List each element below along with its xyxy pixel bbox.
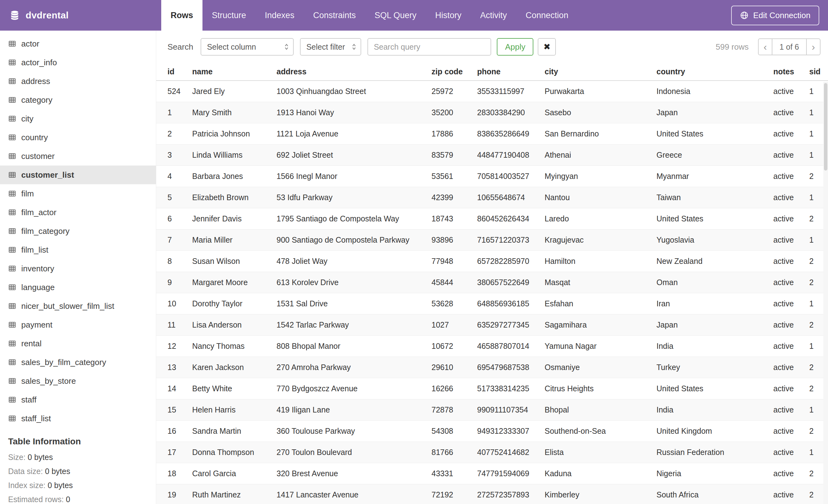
cell-id: 5 [156, 187, 192, 208]
table-row[interactable]: 13Karen Jackson270 Amroha Parkway2961069… [156, 357, 828, 378]
sidebar-item-inventory[interactable]: inventory [0, 259, 156, 278]
column-header-phone[interactable]: phone [477, 63, 545, 81]
sidebar-item-film[interactable]: film [0, 184, 156, 203]
filter-select[interactable]: Select filter [300, 38, 361, 56]
sidebar-item-language[interactable]: language [0, 278, 156, 296]
table-row[interactable]: 4Barbara Jones1566 Inegl Manor5356170581… [156, 166, 828, 187]
column-header-city[interactable]: city [545, 63, 657, 81]
tab-constraints[interactable]: Constraints [304, 0, 365, 31]
vertical-scrollbar[interactable] [823, 82, 828, 504]
table-name: actor_info [21, 58, 57, 67]
table-row[interactable]: 10Dorothy Taylor1531 Sal Drive5362864885… [156, 293, 828, 314]
tab-structure[interactable]: Structure [203, 0, 256, 31]
table-row[interactable]: 18Carol Garcia320 Brest Avenue4333174779… [156, 463, 828, 484]
cell-phone: 990911107354 [477, 399, 545, 420]
table-row[interactable]: 15Helen Harris419 Iligan Lane72878990911… [156, 399, 828, 420]
sidebar-item-sales-by-store[interactable]: sales_by_store [0, 372, 156, 390]
cell-country: Oman [657, 272, 773, 293]
sidebar-item-customer[interactable]: customer [0, 147, 156, 166]
table-row[interactable]: 5Elizabeth Brown53 Idfu Parkway423991065… [156, 187, 828, 208]
cell-country: Greece [657, 144, 773, 166]
table-row[interactable]: 9Margaret Moore613 Korolev Drive45844380… [156, 272, 828, 293]
tab-indexes[interactable]: Indexes [256, 0, 304, 31]
sidebar-item-nicer-but-slower-film-list[interactable]: nicer_but_slower_film_list [0, 296, 156, 315]
table-row[interactable]: 14Betty White770 Bydgoszcz Avenue1626651… [156, 378, 828, 399]
table-row[interactable]: 19Ruth Martinez1417 Lancaster Avenue7219… [156, 484, 828, 504]
clear-icon: ✖ [543, 42, 550, 52]
cell-name: Patricia Johnson [192, 123, 277, 144]
cell-country: South Africa [657, 484, 773, 504]
edit-connection-button[interactable]: Edit Connection [731, 6, 819, 25]
cell-id: 1 [156, 102, 192, 123]
cell-notes: active [773, 484, 809, 504]
cell-address: 1542 Tarlac Parkway [277, 314, 431, 335]
cell-id: 7 [156, 229, 192, 250]
sidebar-item-country[interactable]: country [0, 128, 156, 147]
sidebar-item-sales-by-film-category[interactable]: sales_by_film_category [0, 353, 156, 372]
table-row[interactable]: 17Donna Thompson270 Toulon Boulevard8176… [156, 442, 828, 463]
table-row[interactable]: 16Sandra Martin360 Toulouse Parkway54308… [156, 420, 828, 442]
table-row[interactable]: 3Linda Williams692 Joliet Street83579448… [156, 144, 828, 166]
stat-data-size-: Data size: 0 bytes [8, 467, 156, 476]
cell-city: Kaduna [545, 463, 657, 484]
column-header-id[interactable]: id [156, 63, 192, 81]
sidebar-item-city[interactable]: city [0, 109, 156, 128]
column-header-country[interactable]: country [657, 63, 773, 81]
tab-history[interactable]: History [426, 0, 471, 31]
cell-city: Kimberley [545, 484, 657, 504]
table-row[interactable]: 524Jared Ely1003 Qinhuangdao Street25972… [156, 81, 828, 102]
sidebar-item-film-category[interactable]: film_category [0, 222, 156, 240]
tab-rows[interactable]: Rows [161, 0, 203, 31]
sidebar-item-film-list[interactable]: film_list [0, 240, 156, 259]
column-header-address[interactable]: address [277, 63, 431, 81]
sidebar-item-rental[interactable]: rental [0, 334, 156, 353]
cell-notes: active [773, 463, 809, 484]
next-page-button[interactable]: › [806, 38, 821, 55]
column-header-sid[interactable]: sid [809, 63, 828, 81]
cell-name: Betty White [192, 378, 277, 399]
stat-label: Index size: [8, 481, 47, 490]
cell-notes: active [773, 378, 809, 399]
table-row[interactable]: 11Lisa Anderson1542 Tarlac Parkway102763… [156, 314, 828, 335]
column-header-notes[interactable]: notes [773, 63, 809, 81]
sidebar-item-customer-list[interactable]: customer_list [0, 166, 156, 184]
clear-filter-button[interactable]: ✖ [538, 38, 556, 56]
cell-address: 360 Toulouse Parkway [277, 420, 431, 442]
cell-zip-code: 72878 [431, 399, 477, 420]
cell-city: San Bernardino [545, 123, 657, 144]
column-select[interactable]: Select column [201, 38, 294, 56]
cell-phone: 705814003527 [477, 166, 545, 187]
table-row[interactable]: 12Nancy Thomas808 Bhopal Manor1067246588… [156, 335, 828, 357]
sidebar-item-category[interactable]: category [0, 91, 156, 109]
column-header-name[interactable]: name [192, 63, 277, 81]
sidebar-item-actor[interactable]: actor [0, 34, 156, 53]
cell-zip-code: 25972 [431, 81, 477, 102]
sidebar-item-staff-list[interactable]: staff_list [0, 409, 156, 428]
search-query-input[interactable] [367, 38, 491, 56]
filter-toolbar: Search Select column Select filter Apply… [156, 31, 828, 63]
tab-connection[interactable]: Connection [516, 0, 578, 31]
table-row[interactable]: 7Maria Miller900 Santiago de Compostela … [156, 229, 828, 250]
tab-sql-query[interactable]: SQL Query [365, 0, 426, 31]
table-icon [8, 414, 16, 422]
sidebar-item-actor-info[interactable]: actor_info [0, 53, 156, 72]
scrollbar-thumb[interactable] [824, 83, 827, 171]
cell-id: 12 [156, 335, 192, 357]
cell-name: Donna Thompson [192, 442, 277, 463]
sidebar-item-address[interactable]: address [0, 72, 156, 91]
table-row[interactable]: 6Jennifer Davis1795 Santiago de Composte… [156, 208, 828, 229]
cell-address: 1003 Qinhuangdao Street [277, 81, 431, 102]
sidebar-item-staff[interactable]: staff [0, 390, 156, 409]
stat-value: 0 bytes [45, 467, 70, 475]
tab-activity[interactable]: Activity [471, 0, 516, 31]
sidebar-item-film-actor[interactable]: film_actor [0, 203, 156, 222]
main-content: Search Select column Select filter Apply… [156, 31, 828, 504]
table-row[interactable]: 8Susan Wilson478 Joliet Way7794865728228… [156, 250, 828, 272]
prev-page-button[interactable]: ‹ [758, 38, 772, 55]
table-row[interactable]: 2Patricia Johnson1121 Loja Avenue1788683… [156, 123, 828, 144]
column-header-zip-code[interactable]: zip code [431, 63, 477, 81]
apply-button[interactable]: Apply [497, 38, 533, 56]
table-row[interactable]: 1Mary Smith1913 Hanoi Way352002830338429… [156, 102, 828, 123]
sidebar-item-payment[interactable]: payment [0, 315, 156, 334]
table-information-stats: Size: 0 bytesData size: 0 bytesIndex siz… [8, 453, 156, 504]
